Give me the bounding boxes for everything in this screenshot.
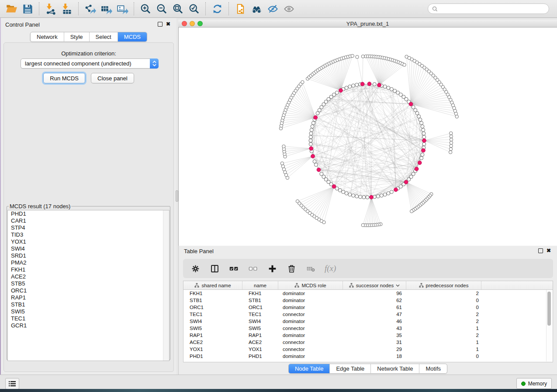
zoom-in-icon[interactable] [138, 1, 154, 17]
tab-mcds[interactable]: MCDS [118, 32, 147, 41]
table-cell[interactable]: 46 [343, 318, 406, 325]
network-graph[interactable] [179, 28, 557, 246]
zoom-selected-icon[interactable] [186, 1, 202, 17]
save-session-icon[interactable] [20, 1, 36, 17]
refresh-icon[interactable] [209, 1, 225, 17]
table-cell[interactable]: 2 [406, 311, 481, 318]
column-header-MCDS-role[interactable]: MCDS role [278, 281, 343, 289]
table-cell[interactable]: YOX1 [183, 346, 242, 353]
table-cell[interactable]: dominator [278, 297, 343, 304]
table-cell[interactable]: ORC1 [242, 304, 278, 311]
add-row-icon[interactable] [267, 263, 277, 274]
task-history-button[interactable] [5, 378, 19, 389]
table-cell[interactable]: STB1 [183, 297, 242, 304]
network-canvas[interactable] [178, 28, 557, 246]
table-row[interactable]: ACE2ACE2connector311 [183, 339, 553, 346]
table-row[interactable]: PHD1PHD1dominator180 [183, 353, 553, 360]
table-cell[interactable]: 0 [406, 297, 481, 304]
memory-button[interactable]: Memory [516, 378, 552, 389]
mcds-result-item[interactable]: SWI4 [8, 245, 169, 252]
tab-network-table[interactable]: Network Table [371, 364, 419, 373]
table-row[interactable]: SWI4SWI4dominator462 [183, 318, 553, 325]
table-cell[interactable]: 2 [406, 290, 481, 297]
table-row[interactable]: YOX1YOX1connector291 [183, 346, 553, 353]
table-cell[interactable]: ACE2 [242, 339, 278, 346]
hide-selected-icon[interactable] [265, 1, 281, 17]
mcds-result-item[interactable]: STB1 [8, 301, 169, 308]
tab-network[interactable]: Network [31, 32, 64, 41]
close-panel-icon[interactable]: ✖ [166, 22, 170, 27]
table-cell[interactable]: 29 [343, 346, 406, 353]
run-mcds-button[interactable]: Run MCDS [43, 73, 85, 83]
table-cell[interactable]: 43 [343, 325, 406, 332]
list-scrollbar[interactable] [163, 210, 169, 361]
tab-select[interactable]: Select [90, 32, 118, 41]
table-cell[interactable]: ACE2 [183, 339, 242, 346]
optimization-criterion-dropdown[interactable]: largest connected component (undirected) [21, 58, 159, 69]
mcds-result-item[interactable]: SWI5 [8, 308, 169, 315]
table-cell[interactable]: STB1 [242, 297, 278, 304]
table-cell[interactable]: 0 [406, 304, 481, 311]
table-cell[interactable]: dominator [278, 318, 343, 325]
table-scrollbar[interactable] [546, 290, 552, 361]
export-image-icon[interactable] [114, 1, 131, 17]
table-cell[interactable]: connector [278, 325, 343, 332]
table-cell[interactable]: ORC1 [183, 304, 242, 311]
deselect-all-icon[interactable] [248, 263, 258, 274]
float-table-panel-icon[interactable] [538, 248, 543, 253]
tab-edge-table[interactable]: Edge Table [330, 364, 371, 373]
table-cell[interactable]: RAP1 [242, 332, 278, 339]
mcds-result-item[interactable]: PMA2 [8, 259, 169, 266]
table-cell[interactable]: 18 [343, 353, 406, 360]
table-cell[interactable]: 62 [343, 297, 406, 304]
column-header-successor-nodes[interactable]: successor nodes [343, 281, 406, 289]
mcds-result-item[interactable]: ORC1 [8, 287, 169, 294]
table-cell[interactable]: 2 [406, 332, 481, 339]
table-cell[interactable]: YOX1 [242, 346, 278, 353]
table-row[interactable]: TEC1TEC1connector472 [183, 311, 553, 318]
network-window-titlebar[interactable]: YPA_prune.txt_1 [178, 20, 557, 28]
table-cell[interactable]: SWI4 [183, 318, 242, 325]
table-cell[interactable]: SWI5 [242, 325, 278, 332]
delete-row-icon[interactable] [286, 263, 297, 274]
mcds-result-list[interactable]: PHD1CAR1STP4TID3YOX1SWI4SRD1PMA2FKH1ACE2… [7, 210, 170, 361]
table-cell[interactable]: 1 [406, 346, 481, 353]
first-neighbors-icon[interactable] [249, 1, 265, 17]
table-row[interactable]: FKH1FKH1dominator962 [183, 290, 553, 297]
search-input[interactable] [438, 5, 549, 12]
fit-content-icon[interactable] [170, 1, 186, 17]
table-cell[interactable]: PHD1 [183, 353, 242, 360]
table-cell[interactable]: FKH1 [242, 290, 278, 297]
import-network-icon[interactable] [43, 1, 59, 17]
table-cell[interactable]: RAP1 [183, 332, 242, 339]
table-row[interactable]: SWI5SWI5connector431 [183, 325, 553, 332]
show-columns-icon[interactable] [209, 263, 220, 274]
table-cell[interactable]: TEC1 [242, 311, 278, 318]
mcds-result-item[interactable]: STB5 [8, 280, 169, 287]
table-cell[interactable]: connector [278, 346, 343, 353]
mcds-result-item[interactable]: RAP1 [8, 294, 169, 301]
table-cell[interactable]: dominator [278, 290, 343, 297]
mcds-result-item[interactable]: YOX1 [8, 238, 169, 245]
table-row[interactable]: ORC1ORC1dominator610 [183, 304, 553, 311]
table-row[interactable]: RAP1RAP1dominator352 [183, 332, 553, 339]
column-header-name[interactable]: name [242, 281, 278, 289]
open-session-icon[interactable] [3, 1, 20, 17]
mcds-result-item[interactable]: PHD1 [8, 210, 169, 217]
mcds-result-item[interactable]: ACE2 [8, 273, 169, 280]
mcds-result-item[interactable]: CAR1 [8, 217, 169, 224]
close-panel-button[interactable]: Close panel [91, 73, 134, 83]
table-cell[interactable]: dominator [278, 304, 343, 311]
float-panel-icon[interactable] [158, 22, 163, 27]
column-header-shared-name[interactable]: shared name [183, 281, 242, 289]
zoom-out-icon[interactable] [154, 1, 170, 17]
export-table-icon[interactable] [98, 1, 114, 17]
table-cell[interactable]: 61 [343, 304, 406, 311]
table-cell[interactable]: 31 [343, 339, 406, 346]
tab-node-table[interactable]: Node Table [289, 364, 330, 373]
clone-network-icon[interactable] [232, 1, 249, 17]
table-cell[interactable]: dominator [278, 332, 343, 339]
table-cell[interactable]: SWI5 [183, 325, 242, 332]
mcds-result-item[interactable]: GCR1 [8, 322, 169, 329]
function-builder-icon[interactable]: f(x) [325, 264, 336, 273]
